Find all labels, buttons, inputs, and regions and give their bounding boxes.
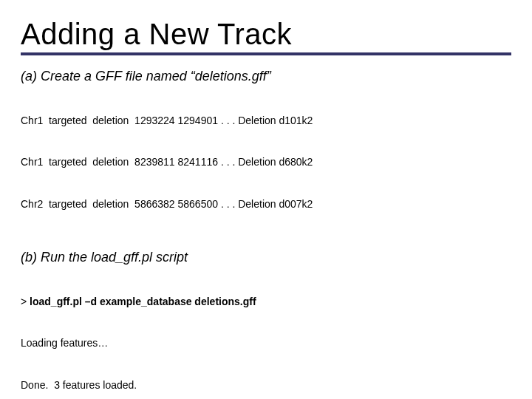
gff-line: Chr1 targeted deletion 8239811 8241116 .… [21,155,511,169]
section-b-heading: (b) Run the load_gff.pl script [21,250,511,265]
prompt-symbol: > [21,296,30,307]
section-a-heading: (a) Create a GFF file named “deletions.g… [21,69,511,84]
gff-line: Chr2 targeted deletion 5866382 5866500 .… [21,197,511,211]
output-line: Loading features… [21,336,511,350]
slide: Adding a New Track (a) Create a GFF file… [0,0,532,399]
output-line: Done. 3 features loaded. [21,378,511,392]
script-run-content: > load_gff.pl –d example_database deleti… [21,267,511,399]
gff-file-content: Chr1 targeted deletion 1293224 1294901 .… [21,86,511,239]
command-line: > load_gff.pl –d example_database deleti… [21,295,511,309]
page-title: Adding a New Track [21,18,511,51]
gff-line: Chr1 targeted deletion 1293224 1294901 .… [21,114,511,128]
title-rule [21,52,511,55]
command-text: load_gff.pl –d example_database deletion… [30,296,256,307]
